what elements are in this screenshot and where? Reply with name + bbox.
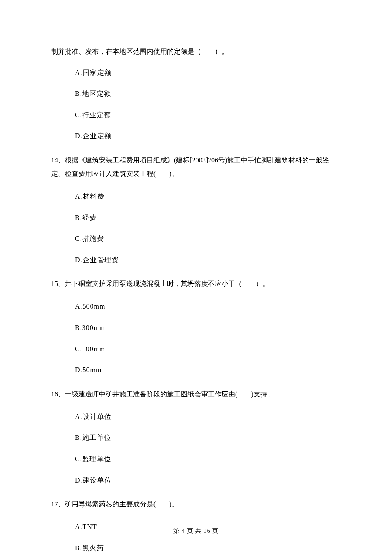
option-14-a: A.材料费 — [75, 191, 341, 202]
option-16-b: B.施工单位 — [75, 432, 341, 443]
option-13-a: A.国家定额 — [75, 67, 341, 78]
question-13-continuation-group: 制并批准、发布，在本地区范围内使用的定额是（ ）。 A.国家定额 B.地区定额 … — [51, 46, 341, 142]
option-16-c: C.监理单位 — [75, 454, 341, 465]
option-14-d: D.企业管理费 — [75, 254, 341, 266]
question-13-continuation: 制并批准、发布，在本地区范围内使用的定额是（ ）。 — [51, 46, 341, 57]
question-16-text: 16、一级建造师中矿井施工准备阶段的施工图纸会审工作应由( )支持。 — [51, 387, 341, 401]
option-14-b: B.经费 — [75, 212, 341, 223]
option-16-d: D.建设单位 — [75, 475, 341, 486]
question-15-group: 15、井下硐室支护采用泵送现浇混凝土时，其坍落度不应小于（ ）。 A.500mm… — [51, 277, 341, 375]
option-15-c: C.100mm — [75, 344, 341, 355]
option-15-d: D.50mm — [75, 364, 341, 376]
question-15-text: 15、井下硐室支护采用泵送现浇混凝土时，其坍落度不应小于（ ）。 — [51, 277, 341, 291]
question-17-text: 17、矿用导爆索药芯的主要成分是( )。 — [51, 497, 341, 511]
option-13-b: B.地区定额 — [75, 88, 341, 99]
option-13-d: D.企业定额 — [75, 130, 341, 142]
page-content: 制并批准、发布，在本地区范围内使用的定额是（ ）。 A.国家定额 B.地区定额 … — [0, 0, 392, 555]
option-16-a: A.设计单位 — [75, 411, 341, 422]
option-13-c: C.行业定额 — [75, 110, 341, 121]
option-15-b: B.300mm — [75, 322, 341, 333]
question-14-group: 14、根据《建筑安装工程费用项目组成》(建标[2003]206号)施工中手忙脚乱… — [51, 153, 341, 265]
option-15-a: A.500mm — [75, 301, 341, 312]
option-17-b: B.黑火药 — [75, 543, 341, 554]
page-footer: 第 4 页 共 16 页 — [0, 526, 392, 536]
question-14-text: 14、根据《建筑安装工程费用项目组成》(建标[2003]206号)施工中手忙脚乱… — [51, 153, 341, 181]
question-16-group: 16、一级建造师中矿井施工准备阶段的施工图纸会审工作应由( )支持。 A.设计单… — [51, 387, 341, 486]
option-14-c: C.措施费 — [75, 233, 341, 244]
